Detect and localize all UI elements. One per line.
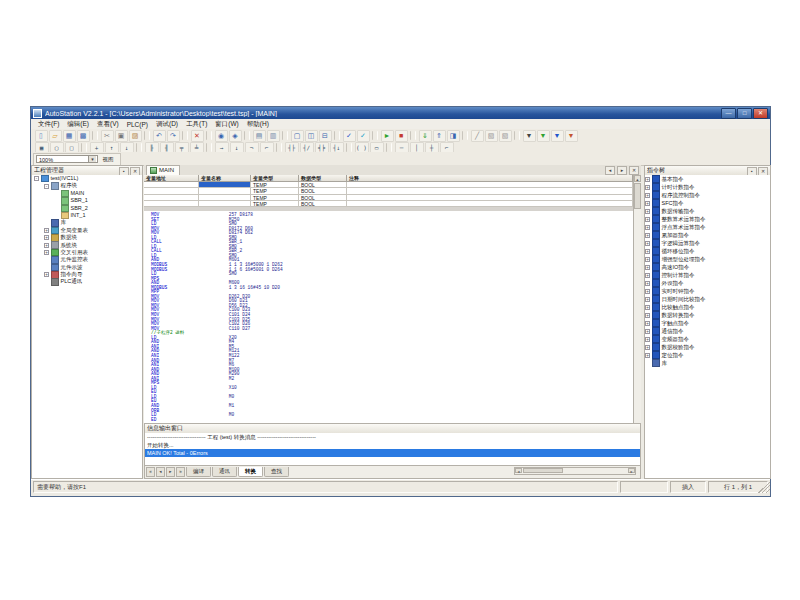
instruction-group-item[interactable]: + 比较触点指令	[645, 303, 770, 311]
scroll-right-icon[interactable]: ▸	[628, 468, 635, 473]
tree-toggle-icon[interactable]: +	[44, 228, 49, 233]
col-header-address[interactable]: 变量地址	[144, 175, 199, 182]
toolbar-button-icon[interactable]: ↶	[153, 130, 166, 142]
instruction-group-item[interactable]: + 高速IO指令	[645, 263, 770, 271]
chevron-down-icon[interactable]: ▾	[88, 156, 96, 162]
ladder-tool-icon[interactable]: +	[90, 142, 104, 153]
tree-toggle-icon[interactable]: +	[645, 329, 650, 334]
tree-toggle-icon[interactable]: +	[44, 243, 49, 248]
ladder-tool-icon[interactable]	[81, 143, 87, 152]
toolbar-button-icon[interactable]	[144, 131, 150, 140]
project-tree-item[interactable]: 元件监控表	[32, 256, 142, 263]
toolbar-button-icon[interactable]: ▦	[63, 130, 76, 142]
tree-toggle-icon[interactable]: -	[34, 176, 39, 181]
toolbar-button-icon[interactable]: ╱	[471, 130, 484, 142]
instruction-group-item[interactable]: + 基本指令	[645, 175, 770, 183]
toolbar-button-icon[interactable]: ✓	[357, 130, 370, 142]
ladder-tool-icon[interactable]: ¬	[245, 142, 259, 153]
ladder-tool-icon[interactable]: │	[410, 142, 424, 153]
ladder-tool-icon[interactable]	[206, 143, 212, 152]
output-tab[interactable]: 通讯	[212, 467, 237, 477]
instruction-group-item[interactable]: + 累加器指令	[645, 231, 770, 239]
tree-toggle-icon[interactable]: +	[645, 249, 650, 254]
minimize-button[interactable]: —	[721, 108, 736, 119]
ladder-tool-icon[interactable]: ↓	[230, 142, 244, 153]
instruction-group-item[interactable]: + 计时计数指令	[645, 183, 770, 191]
toolbar-button-icon[interactable]	[244, 131, 250, 140]
tree-toggle-icon[interactable]: +	[645, 241, 650, 246]
toolbar-button-icon[interactable]: ▥	[267, 130, 280, 142]
output-message-line[interactable]: -------------------------------- 工程 (tes…	[145, 433, 640, 441]
tree-toggle-icon[interactable]: +	[645, 289, 650, 294]
ladder-tool-icon[interactable]: □	[65, 142, 79, 153]
toolbar-button-icon[interactable]: ◈	[229, 130, 242, 142]
project-tree-item[interactable]: MAIN	[32, 190, 142, 197]
tree-toggle-icon[interactable]: +	[645, 313, 650, 318]
ladder-tool-icon[interactable]: ─	[395, 142, 409, 153]
tree-toggle-icon[interactable]: +	[645, 273, 650, 278]
ladder-tool-icon[interactable]: ▦	[35, 142, 49, 153]
menu-item[interactable]: 查看(V)	[93, 120, 123, 129]
ladder-tool-icon[interactable]: ▭	[370, 142, 384, 153]
ladder-tool-icon[interactable]: ╤	[175, 142, 189, 153]
title-bar[interactable]: AutoStation V2.2.1 - [C:\Users\Administr…	[31, 107, 770, 119]
output-tab[interactable]: 转换	[238, 467, 263, 477]
toolbar-button-icon[interactable]: ✕	[191, 130, 204, 142]
nav-first-icon[interactable]: «	[146, 467, 155, 477]
col-header-vartype[interactable]: 变量类型	[251, 175, 299, 182]
instruction-group-item[interactable]: + 增强型位处理指令	[645, 255, 770, 263]
instruction-group-item[interactable]: + 定位指令	[645, 351, 770, 359]
toolbar-button-icon[interactable]: ▼	[565, 130, 578, 142]
project-tree-item[interactable]: + 系统块	[32, 242, 142, 249]
scroll-up-icon[interactable]: ▴	[634, 175, 641, 182]
ladder-tool-icon[interactable]: ╢	[160, 142, 174, 153]
instruction-group-item[interactable]: + 字逻辑运算指令	[645, 239, 770, 247]
ladder-tool-icon[interactable]: ┼	[425, 142, 439, 153]
tree-toggle-icon[interactable]: +	[645, 337, 650, 342]
project-tree-item[interactable]: - 程序块	[32, 182, 142, 189]
tree-toggle-icon[interactable]: +	[645, 297, 650, 302]
ladder-tool-icon[interactable]: →	[215, 142, 229, 153]
ladder-tool-icon[interactable]	[386, 143, 392, 152]
ladder-tool-icon[interactable]: ⌐	[440, 142, 454, 153]
tree-toggle-icon[interactable]: +	[645, 209, 650, 214]
ladder-tool-icon[interactable]: ▢	[50, 142, 64, 153]
toolbar-button-icon[interactable]: ▣	[115, 130, 128, 142]
instruction-group-item[interactable]: + 通信指令	[645, 327, 770, 335]
tree-toggle-icon[interactable]: +	[645, 193, 650, 198]
instruction-group-item[interactable]: + 实时时钟指令	[645, 287, 770, 295]
toolbar-button-icon[interactable]	[182, 131, 188, 140]
menu-item[interactable]: 文件(F)	[34, 120, 63, 129]
ladder-tool-icon[interactable]: ┥┝	[315, 142, 329, 153]
ladder-tool-icon[interactable]	[276, 143, 282, 152]
tree-toggle-icon[interactable]: +	[645, 177, 650, 182]
ladder-tool-icon[interactable]: ╟	[145, 142, 159, 153]
instruction-group-item[interactable]: + 数据传输指令	[645, 207, 770, 215]
col-header-comment[interactable]: 注释	[347, 175, 633, 182]
toolbar-button-icon[interactable]: ▨	[129, 130, 142, 142]
maximize-button[interactable]: □	[737, 108, 752, 119]
tree-toggle-icon[interactable]: +	[645, 225, 650, 230]
menu-item[interactable]: 帮助(H)	[243, 120, 273, 129]
output-tab[interactable]: 编译	[186, 467, 211, 477]
project-tree-item[interactable]: + 数据块	[32, 234, 142, 241]
toolbar-button-icon[interactable]: ◨	[447, 130, 460, 142]
ladder-tool-icon[interactable]: ┤↓	[330, 142, 344, 153]
instruction-group-item[interactable]: + 变频器指令	[645, 335, 770, 343]
toolbar-button-icon[interactable]: ▯	[35, 130, 48, 142]
toolbar-button-icon[interactable]: ▼	[537, 130, 550, 142]
project-tree-item[interactable]: 库	[32, 219, 142, 226]
tree-toggle-icon[interactable]: +	[645, 233, 650, 238]
tab-scroll-left-icon[interactable]: ◂	[605, 166, 615, 175]
instruction-group-item[interactable]: + 循环移位指令	[645, 247, 770, 255]
tab-close-icon[interactable]: ✕	[629, 166, 639, 175]
toolbar-button-icon[interactable]: ✂	[101, 130, 114, 142]
project-tree-item[interactable]: 元件示波	[32, 264, 142, 271]
close-button[interactable]: ✕	[753, 108, 768, 119]
instruction-group-item[interactable]: + 程序流控制指令	[645, 191, 770, 199]
instruction-group-item[interactable]: + 整数算术运算指令	[645, 215, 770, 223]
toolbar-button-icon[interactable]: ▤	[253, 130, 266, 142]
tree-toggle-icon[interactable]: +	[645, 265, 650, 270]
ladder-tool-icon[interactable]: ┤/	[300, 142, 314, 153]
toolbar-button-icon[interactable]: ▼	[551, 130, 564, 142]
